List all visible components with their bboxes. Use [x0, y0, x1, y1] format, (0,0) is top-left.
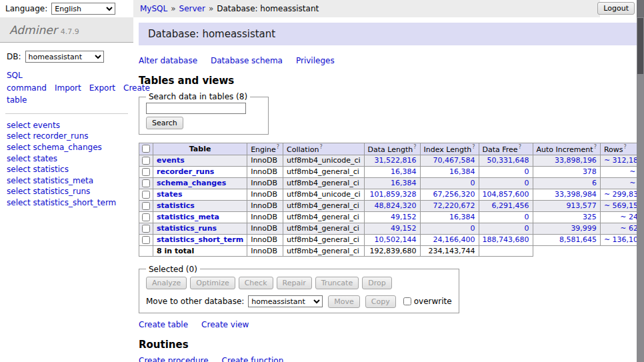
- table-name-link[interactable]: statistics_meta: [157, 213, 219, 221]
- row-select-checkbox[interactable]: [142, 191, 150, 199]
- auto-increment-link[interactable]: 39,999: [571, 224, 597, 233]
- row-select-checkbox[interactable]: [142, 202, 150, 210]
- bulk-action-button[interactable]: Check: [239, 277, 273, 289]
- row-select-checkbox[interactable]: [142, 168, 150, 176]
- sidebar-table-link[interactable]: select states: [7, 154, 127, 165]
- index-length-link[interactable]: 67,256,320: [433, 190, 475, 199]
- table-name-link[interactable]: states: [157, 190, 183, 199]
- data-length-link[interactable]: 49,152: [391, 213, 417, 221]
- column-help-link-rows[interactable]: ?: [623, 144, 626, 150]
- data-length-link[interactable]: 31,522,816: [375, 156, 417, 165]
- index-length-link[interactable]: 0: [471, 179, 475, 187]
- sidebar-table-link[interactable]: select events: [7, 121, 127, 131]
- index-length-link[interactable]: 70,467,584: [433, 156, 475, 165]
- data-free-link[interactable]: 0: [525, 224, 529, 233]
- scrollbar-thumb[interactable]: [637, 18, 643, 74]
- auto-increment-link[interactable]: 378: [583, 167, 597, 176]
- column-help-link-data-length[interactable]: ?: [413, 144, 416, 150]
- sidebar-table-link[interactable]: select statistics_short_term: [7, 198, 127, 209]
- index-length-link[interactable]: 16,384: [449, 213, 475, 221]
- data-free-link[interactable]: 50,331,648: [487, 156, 529, 165]
- table-name-link[interactable]: statistics_short_term: [157, 235, 243, 244]
- index-length-link[interactable]: 0: [471, 224, 475, 233]
- select-all-checkbox[interactable]: [142, 145, 150, 153]
- column-help-link-collation[interactable]: ?: [319, 144, 322, 150]
- bulk-action-button[interactable]: Truncate: [315, 277, 359, 289]
- row-select-checkbox[interactable]: [142, 179, 150, 187]
- auto-increment-link[interactable]: 33,898,196: [555, 156, 597, 165]
- column-help-link-engine[interactable]: ?: [277, 144, 279, 150]
- auto-increment-link[interactable]: 6: [592, 179, 597, 187]
- main-content: Database: homeassistant Alter databaseDa…: [133, 17, 644, 362]
- data-length-link[interactable]: 16,384: [391, 179, 417, 187]
- data-free-link[interactable]: 6,291,456: [492, 201, 529, 210]
- column-help-link-data-free[interactable]: ?: [519, 144, 521, 150]
- table-name-link[interactable]: statistics_runs: [157, 224, 217, 233]
- data-free-link[interactable]: 188,743,680: [483, 235, 529, 244]
- bulk-action-button[interactable]: Drop: [362, 277, 391, 289]
- language-select[interactable]: English: [51, 3, 115, 15]
- database-action-link[interactable]: Privileges: [296, 56, 335, 65]
- data-free-link[interactable]: 0: [525, 179, 529, 187]
- bulk-action-button[interactable]: Optimize: [190, 277, 235, 289]
- table-name-link[interactable]: recorder_runs: [157, 167, 214, 176]
- breadcrumb-link-mysql[interactable]: MySQL: [140, 4, 167, 13]
- move-button[interactable]: Move: [328, 295, 360, 308]
- routine-link[interactable]: Create function: [222, 356, 284, 362]
- data-length-link[interactable]: 10,502,144: [375, 235, 417, 244]
- auto-increment-link[interactable]: 913,577: [566, 201, 597, 210]
- index-length-link[interactable]: 16,384: [449, 167, 475, 176]
- bulk-action-button[interactable]: Repair: [277, 277, 312, 289]
- database-action-link[interactable]: Alter database: [139, 56, 197, 65]
- bulk-action-button[interactable]: Analyze: [146, 277, 187, 289]
- overwrite-checkbox[interactable]: [403, 297, 411, 305]
- index-length-link[interactable]: 24,166,400: [433, 235, 475, 244]
- column-help-link-index-length[interactable]: ?: [472, 144, 475, 150]
- collation-cell: utf8mb4_general_ci: [283, 223, 364, 234]
- row-select-checkbox[interactable]: [142, 236, 150, 244]
- scrollbar-top-button[interactable]: [637, 0, 644, 17]
- data-length-link[interactable]: 16,384: [391, 167, 417, 176]
- data-length-link[interactable]: 101,859,328: [370, 190, 417, 199]
- column-help-link-auto-increment[interactable]: ?: [594, 144, 597, 150]
- table-name-link[interactable]: events: [157, 156, 185, 165]
- table-name-link[interactable]: statistics: [157, 201, 195, 210]
- sidebar-table-link[interactable]: select statistics_meta: [7, 176, 127, 187]
- sidebar-table-link[interactable]: select recorder_runs: [7, 131, 127, 142]
- row-select-checkbox[interactable]: [142, 225, 150, 233]
- vertical-scrollbar[interactable]: [637, 0, 644, 362]
- auto-increment-link[interactable]: 33,398,984: [555, 190, 597, 199]
- create-link[interactable]: Create table: [139, 320, 188, 329]
- data-free-link[interactable]: 104,857,600: [483, 190, 529, 199]
- selected-legend: Selected (0): [146, 265, 200, 274]
- sidebar-table-link[interactable]: select statistics: [7, 165, 127, 175]
- index-length-link[interactable]: 72,220,672: [433, 201, 475, 210]
- table-name-link[interactable]: schema_changes: [157, 179, 226, 187]
- index-length-cell: 0: [420, 223, 479, 234]
- total-collation: utf8mb4_general_ci: [283, 245, 364, 256]
- logout-button[interactable]: Logout: [597, 2, 635, 15]
- database-action-link[interactable]: Database schema: [211, 56, 283, 65]
- sidebar-action-link[interactable]: SQL command: [7, 71, 47, 93]
- data-length-link[interactable]: 48,824,320: [375, 201, 417, 210]
- move-database-select[interactable]: homeassistant: [248, 295, 323, 307]
- data-free-link[interactable]: 0: [525, 213, 529, 221]
- routine-link[interactable]: Create procedure: [139, 356, 209, 362]
- auto-increment-link[interactable]: 325: [583, 213, 597, 221]
- create-link[interactable]: Create view: [201, 320, 249, 329]
- sidebar-action-link[interactable]: Import: [55, 83, 81, 93]
- auto-increment-link[interactable]: 8,581,645: [559, 235, 597, 244]
- search-button[interactable]: Search: [146, 117, 183, 129]
- sidebar-action-link[interactable]: Export: [89, 83, 115, 93]
- data-length-link[interactable]: 49,152: [391, 224, 417, 233]
- row-select-checkbox[interactable]: [142, 157, 150, 165]
- breadcrumb-link-server[interactable]: Server: [179, 4, 205, 13]
- row-select-checkbox[interactable]: [142, 213, 150, 221]
- table-name-cell: statistics_short_term: [153, 234, 247, 245]
- sidebar-table-link[interactable]: select statistics_runs: [7, 187, 127, 197]
- db-select[interactable]: homeassistant: [25, 51, 104, 63]
- search-input[interactable]: [146, 103, 246, 114]
- data-free-link[interactable]: 0: [525, 167, 529, 176]
- sidebar-table-link[interactable]: select schema_changes: [7, 143, 127, 153]
- copy-button[interactable]: Copy: [365, 295, 396, 308]
